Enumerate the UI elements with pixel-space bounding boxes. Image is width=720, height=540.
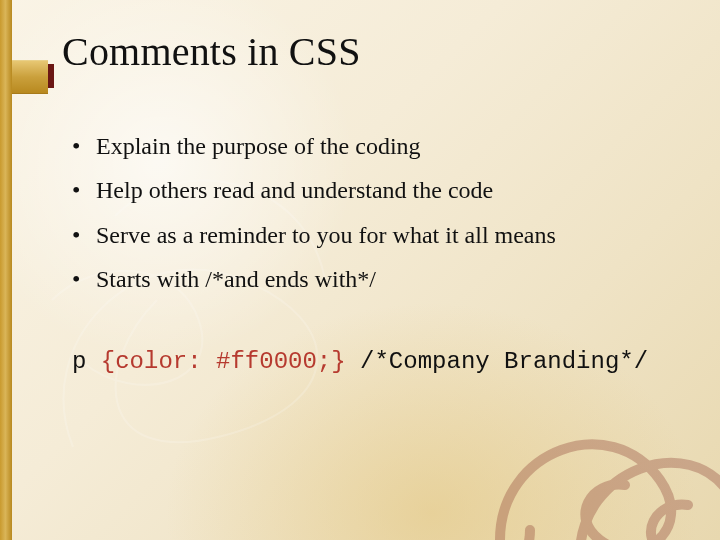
bullet-text: Serve as a reminder to you for what it a… — [96, 222, 556, 248]
bullet-list: Explain the purpose of the coding Help o… — [72, 132, 672, 309]
list-item: Serve as a reminder to you for what it a… — [72, 221, 672, 249]
code-comment: /*Company Branding*/ — [346, 348, 648, 375]
code-rule: {color: #ff0000;} — [101, 348, 346, 375]
slide-title: Comments in CSS — [62, 28, 361, 75]
accent-left-bar — [0, 0, 12, 540]
slide: Comments in CSS Explain the purpose of t… — [0, 0, 720, 540]
list-item: Starts with /*and ends with*/ — [72, 265, 672, 293]
bullet-text: Starts with /*and ends with*/ — [96, 266, 376, 292]
code-selector: p — [72, 348, 101, 375]
list-item: Help others read and understand the code — [72, 176, 672, 204]
bullet-text: Explain the purpose of the coding — [96, 133, 421, 159]
accent-title-notch — [48, 64, 54, 88]
accent-title-band — [12, 60, 48, 94]
code-example: p {color: #ff0000;} /*Company Branding*/ — [72, 348, 648, 375]
list-item: Explain the purpose of the coding — [72, 132, 672, 160]
bullet-text: Help others read and understand the code — [96, 177, 493, 203]
